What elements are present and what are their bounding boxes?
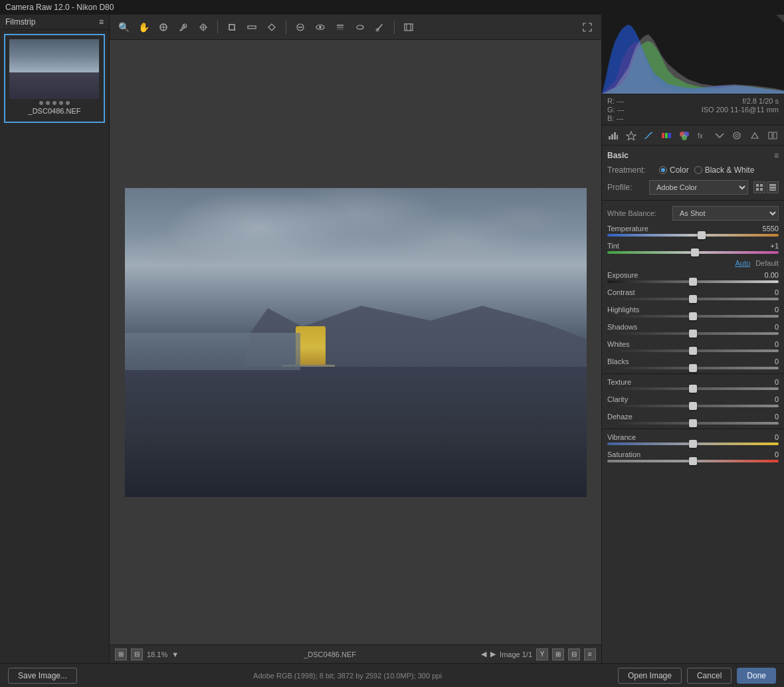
profile-grid-btn-2[interactable]	[767, 181, 779, 193]
straighten-tool[interactable]	[243, 19, 260, 36]
slider-track-saturation[interactable]	[607, 460, 779, 462]
filmstrip-menu-icon[interactable]: ≡	[99, 17, 104, 27]
slider-row-shadows: Shadows 0	[602, 322, 784, 335]
targeted-adjustment-tool[interactable]	[195, 19, 212, 36]
slider-label-exposure: Exposure	[607, 271, 638, 279]
color-sampler-tool[interactable]	[175, 19, 192, 36]
slider-value-saturation: 0	[752, 450, 779, 458]
compare-btn[interactable]: ⊟	[568, 648, 580, 660]
slider-row-blacks: Blacks 0	[602, 356, 784, 369]
toolbar-separator3	[394, 21, 395, 34]
svg-rect-31	[756, 188, 759, 191]
filmstrip-item[interactable]: _DSC0486.NEF	[4, 34, 105, 123]
slider-thumb-whites[interactable]	[689, 347, 697, 355]
geometry-btn[interactable]	[747, 128, 762, 143]
cancel-button[interactable]: Cancel	[687, 668, 732, 684]
tone-curve-btn[interactable]	[641, 128, 656, 143]
slider-thumb-shadows[interactable]	[689, 330, 697, 338]
slider-track-dehaze[interactable]	[607, 422, 779, 425]
color-option-label: Color	[670, 165, 689, 175]
detail-btn[interactable]	[712, 128, 727, 143]
graduated-filter-tool[interactable]	[332, 19, 349, 36]
wb-tool[interactable]	[155, 19, 172, 36]
slider-row-highlights: Highlights 0	[602, 304, 784, 318]
slider-thumb-exposure[interactable]	[689, 278, 697, 286]
color-radio-circle	[659, 166, 667, 174]
transform-tool[interactable]	[263, 19, 280, 36]
zoom-in-btn[interactable]: ⊟	[131, 648, 143, 660]
slider-row-vibrance: Vibrance 0	[602, 432, 784, 445]
slider-label-temperature: Temperature	[607, 225, 648, 233]
slider-track-clarity[interactable]	[607, 405, 779, 407]
slider-row-clarity: Clarity 0	[602, 394, 784, 407]
open-full-screen[interactable]	[579, 19, 596, 36]
profile-grid-btn-1[interactable]	[753, 181, 765, 193]
adjustments-panel: Basic ≡ Treatment: Color Black & White P…	[602, 146, 784, 663]
flag-btn[interactable]: ⊞	[552, 648, 564, 660]
hsl-btn[interactable]	[659, 128, 674, 143]
slider-track-texture[interactable]	[607, 387, 779, 390]
color-mixer-btn[interactable]	[677, 128, 692, 143]
slider-track-vibrance[interactable]	[607, 442, 779, 445]
hand-tool[interactable]: ✋	[135, 19, 152, 36]
thumb-road	[9, 72, 99, 100]
zoom-out-btn[interactable]: ⊞	[115, 648, 127, 660]
red-eye-tool[interactable]	[312, 19, 329, 36]
slider-thumb-blacks[interactable]	[689, 364, 697, 372]
slider-thumb-tint[interactable]	[691, 248, 699, 256]
fx-btn[interactable]: fx	[694, 128, 709, 143]
color-radio[interactable]: Color	[659, 165, 689, 175]
panel-menu-btn[interactable]: ≡	[774, 151, 779, 160]
slider-track-whites[interactable]	[607, 349, 779, 352]
slider-value-contrast: 0	[752, 288, 779, 296]
next-image-btn[interactable]: ▶	[490, 650, 496, 658]
lens-btn[interactable]	[730, 128, 744, 143]
calibration-btn[interactable]	[765, 128, 780, 143]
radial-filter-tool[interactable]	[351, 19, 369, 36]
slider-thumb-highlights[interactable]	[689, 312, 697, 320]
slider-thumb-saturation[interactable]	[689, 457, 697, 465]
sliders-container: Temperature 5550 Tint +1 Auto Default Ex…	[602, 223, 784, 462]
basic-icon-btn[interactable]	[624, 128, 638, 143]
profile-select[interactable]: Adobe Color	[649, 180, 748, 195]
slider-thumb-temperature[interactable]	[698, 231, 706, 239]
prev-image-btn[interactable]: ◀	[481, 650, 486, 658]
svg-rect-14	[611, 134, 613, 140]
b-info: B: ---	[607, 114, 625, 122]
slider-track-exposure[interactable]	[607, 280, 779, 283]
aperture-shutter: f/2.8 1/20 s	[702, 97, 779, 105]
slider-track-contrast[interactable]	[607, 298, 779, 300]
slider-thumb-texture[interactable]	[689, 385, 697, 393]
bw-radio[interactable]: Black & White	[694, 165, 755, 175]
menu-btn[interactable]: ≡	[584, 648, 596, 660]
slider-thumb-contrast[interactable]	[689, 295, 697, 303]
zoom-tool[interactable]: 🔍	[115, 19, 132, 36]
slider-track-blacks[interactable]	[607, 367, 779, 369]
auto-button[interactable]: Auto	[735, 259, 751, 267]
wb-select[interactable]: As Shot	[672, 206, 779, 221]
slider-thumb-vibrance[interactable]	[689, 440, 697, 448]
save-image-button[interactable]: Save Image...	[8, 668, 77, 684]
right-panel: R: --- G: --- B: --- f/2.8 1/20 s ISO 20…	[601, 15, 784, 663]
exif-camera: f/2.8 1/20 s ISO 200 11-16@11 mm	[702, 97, 779, 122]
slider-thumb-dehaze[interactable]	[689, 419, 697, 427]
slider-thumb-clarity[interactable]	[689, 402, 697, 410]
slider-track-tint[interactable]	[607, 251, 779, 254]
open-image-button[interactable]: Open Image	[618, 668, 682, 684]
slider-track-temperature[interactable]	[607, 234, 779, 237]
histogram	[602, 15, 784, 94]
slider-track-highlights[interactable]	[607, 315, 779, 318]
statusbar-right: ◀ ▶ Image 1/1 Y ⊞ ⊟ ≡	[481, 648, 596, 660]
slider-track-shadows[interactable]	[607, 332, 779, 335]
histogram-icon-btn[interactable]	[606, 128, 621, 143]
adjustment-brush-tool[interactable]	[371, 19, 389, 36]
crop-tool[interactable]	[223, 19, 241, 36]
zoom-dropdown-icon[interactable]: ▼	[171, 650, 179, 658]
auto-default-row: Auto Default	[602, 258, 784, 270]
spot-removal-tool[interactable]	[292, 19, 309, 36]
filmstrip-toggle[interactable]	[400, 19, 417, 36]
done-button[interactable]: Done	[737, 668, 776, 684]
canvas-statusbar: ⊞ ⊟ 18.1% ▼ _DSC0486.NEF ◀ ▶ Image 1/1 Y…	[110, 644, 601, 663]
rating-btn[interactable]: Y	[536, 648, 548, 660]
default-button[interactable]: Default	[755, 259, 779, 267]
